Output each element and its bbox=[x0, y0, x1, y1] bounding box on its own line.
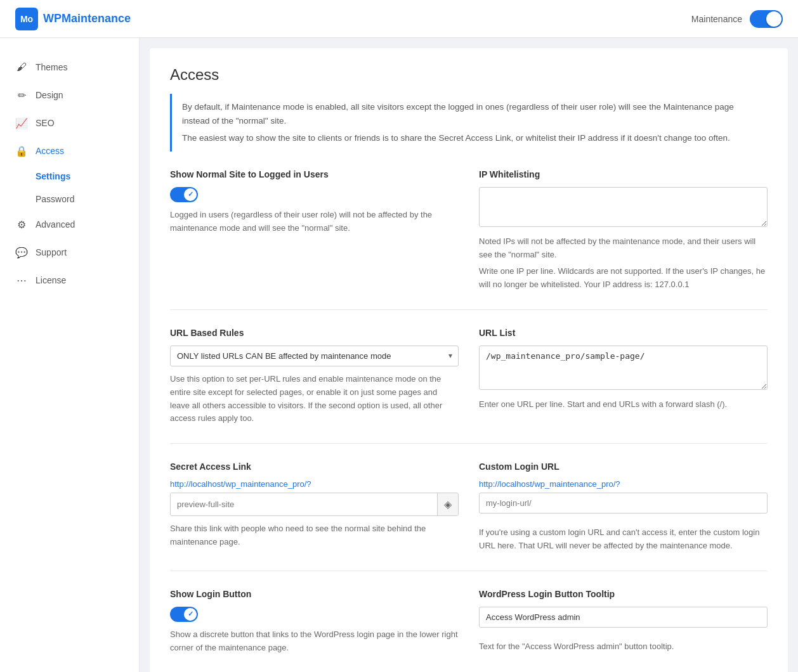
sidebar-item-themes[interactable]: 🖌 Themes bbox=[0, 53, 139, 81]
logo-wp: WP bbox=[43, 12, 62, 25]
url-list-label: URL List bbox=[479, 328, 768, 338]
sidebar-item-access[interactable]: 🔒 Access bbox=[0, 137, 139, 165]
sidebar-item-support[interactable]: 💬 Support bbox=[0, 238, 139, 266]
ip-whitelisting-desc-1: Noted IPs will not be affected by the ma… bbox=[479, 235, 768, 262]
wp-login-tooltip-label: WordPress Login Button Tooltip bbox=[479, 589, 768, 599]
logo-maintenance: Maintenance bbox=[62, 12, 131, 25]
sidebar: 🖌 Themes ✏ Design 📈 SEO 🔒 Access Setting… bbox=[0, 38, 140, 672]
sidebar-item-label: Themes bbox=[36, 62, 68, 72]
layout: 🖌 Themes ✏ Design 📈 SEO 🔒 Access Setting… bbox=[0, 38, 798, 672]
show-normal-site-toggle-wrap bbox=[170, 187, 459, 202]
show-login-button-toggle-wrap bbox=[170, 607, 459, 622]
sidebar-item-label: Advanced bbox=[36, 219, 75, 229]
custom-login-label: Custom Login URL bbox=[479, 462, 768, 472]
url-list-desc: Enter one URL per line. Start and end UR… bbox=[479, 398, 768, 411]
url-list-section: URL List Enter one URL per line. Start a… bbox=[479, 328, 768, 425]
sub-item-label: Settings bbox=[36, 171, 70, 181]
info-box: By default, if Maintenance mode is enabl… bbox=[170, 94, 768, 152]
show-normal-site-desc: Logged in users (regardless of their use… bbox=[170, 209, 459, 235]
sub-item-label: Password bbox=[36, 194, 74, 204]
section-row-4: Show Login Button Show a discrete button… bbox=[170, 589, 768, 655]
logo-text: WPMaintenance bbox=[43, 12, 131, 25]
wp-login-tooltip-section: WordPress Login Button Tooltip Text for … bbox=[479, 589, 768, 655]
sidebar-item-label: Design bbox=[36, 90, 63, 100]
secret-link-section: Secret Access Link http://localhost/wp_m… bbox=[170, 462, 459, 553]
ip-whitelisting-label: IP Whitelisting bbox=[479, 169, 768, 179]
toggle-knob bbox=[184, 608, 197, 621]
design-icon: ✏ bbox=[15, 89, 28, 101]
secret-link-url: http://localhost/wp_maintenance_pro/? bbox=[170, 479, 459, 489]
custom-login-section: Custom Login URL http://localhost/wp_mai… bbox=[479, 462, 768, 553]
secret-link-input-wrap: ◈ bbox=[170, 493, 459, 516]
sidebar-item-label: Access bbox=[36, 146, 64, 156]
divider-2 bbox=[170, 443, 768, 444]
section-row-3: Secret Access Link http://localhost/wp_m… bbox=[170, 462, 768, 553]
wp-login-tooltip-desc: Text for the "Access WordPress admin" bu… bbox=[479, 640, 768, 654]
sidebar-item-label: SEO bbox=[36, 118, 55, 128]
show-login-button-label: Show Login Button bbox=[170, 589, 459, 599]
ip-whitelisting-section: IP Whitelisting Noted IPs will not be af… bbox=[479, 169, 768, 292]
url-rules-desc: Use this option to set per-URL rules and… bbox=[170, 373, 459, 425]
license-icon: ⋯ bbox=[15, 274, 28, 287]
show-normal-site-label: Show Normal Site to Logged in Users bbox=[170, 169, 459, 179]
divider-1 bbox=[170, 309, 768, 310]
url-rules-section: URL Based Rules ONLY listed URLs CAN BE … bbox=[170, 328, 459, 425]
advanced-icon: ⚙ bbox=[15, 218, 28, 231]
ip-whitelisting-textarea[interactable] bbox=[479, 187, 768, 227]
section-row-1: Show Normal Site to Logged in Users Logg… bbox=[170, 169, 768, 292]
show-login-button-toggle[interactable] bbox=[170, 607, 198, 622]
url-rules-select-wrap: ONLY listed URLs CAN BE affected by main… bbox=[170, 346, 459, 366]
logo: Mo WPMaintenance bbox=[15, 8, 131, 30]
show-login-button-desc: Show a discrete button that links to the… bbox=[170, 628, 459, 655]
info-text-2: The easiest way to show the site to clie… bbox=[182, 131, 757, 145]
url-list-textarea[interactable] bbox=[479, 346, 768, 390]
show-login-button-section: Show Login Button Show a discrete button… bbox=[170, 589, 459, 655]
url-rules-select[interactable]: ONLY listed URLs CAN BE affected by main… bbox=[170, 346, 459, 366]
maintenance-label: Maintenance bbox=[691, 14, 742, 24]
sidebar-item-label: License bbox=[36, 275, 66, 285]
page-title: Access bbox=[170, 66, 768, 84]
main-content: Access By default, if Maintenance mode i… bbox=[150, 48, 788, 672]
themes-icon: 🖌 bbox=[15, 61, 28, 74]
support-icon: 💬 bbox=[15, 246, 28, 259]
sidebar-item-advanced[interactable]: ⚙ Advanced bbox=[0, 210, 139, 238]
show-normal-site-section: Show Normal Site to Logged in Users Logg… bbox=[170, 169, 459, 292]
wp-login-tooltip-input[interactable] bbox=[479, 607, 768, 628]
access-icon: 🔒 bbox=[15, 145, 28, 157]
show-normal-site-toggle[interactable] bbox=[170, 187, 198, 202]
section-row-2: URL Based Rules ONLY listed URLs CAN BE … bbox=[170, 328, 768, 425]
sidebar-item-license[interactable]: ⋯ License bbox=[0, 266, 139, 294]
maintenance-toggle[interactable] bbox=[750, 10, 783, 28]
sidebar-item-design[interactable]: ✏ Design bbox=[0, 81, 139, 109]
custom-login-desc: If you're using a custom login URL and c… bbox=[479, 526, 768, 553]
custom-login-url: http://localhost/wp_maintenance_pro/? bbox=[479, 479, 768, 489]
toggle-knob bbox=[766, 11, 782, 27]
sidebar-sub-item-password[interactable]: Password bbox=[0, 188, 139, 210]
header-right: Maintenance bbox=[691, 10, 783, 28]
sidebar-item-seo[interactable]: 📈 SEO bbox=[0, 109, 139, 137]
copy-link-button[interactable]: ◈ bbox=[437, 493, 458, 515]
divider-3 bbox=[170, 571, 768, 571]
secret-link-desc: Share this link with people who need to … bbox=[170, 522, 459, 549]
seo-icon: 📈 bbox=[15, 117, 28, 129]
ip-whitelisting-desc-2: Write one IP per line. Wildcards are not… bbox=[479, 265, 768, 292]
sidebar-item-label: Support bbox=[36, 247, 67, 257]
toggle-knob bbox=[184, 188, 197, 201]
header: Mo WPMaintenance Maintenance bbox=[0, 0, 798, 38]
logo-icon: Mo bbox=[15, 8, 38, 30]
secret-link-label: Secret Access Link bbox=[170, 462, 459, 472]
secret-link-input[interactable] bbox=[171, 493, 437, 515]
url-rules-label: URL Based Rules bbox=[170, 328, 459, 338]
info-text-1: By default, if Maintenance mode is enabl… bbox=[182, 100, 757, 127]
custom-login-input[interactable] bbox=[479, 493, 768, 514]
sidebar-sub-item-settings[interactable]: Settings bbox=[0, 165, 139, 188]
